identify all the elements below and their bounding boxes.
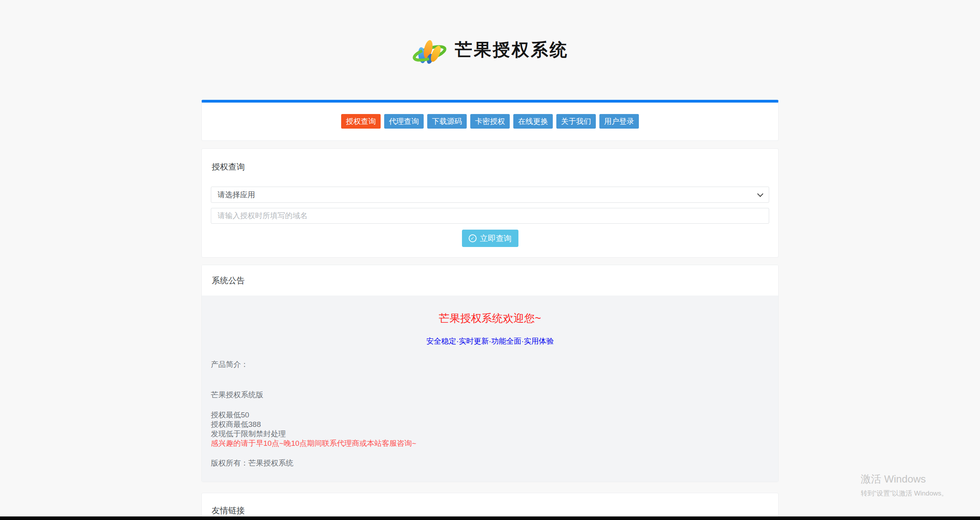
site-title: 芒果授权系统: [455, 38, 569, 62]
windows-activation-watermark: 激活 Windows 转到“设置”以激活 Windows。: [861, 472, 948, 498]
query-submit-button[interactable]: ✓ 立即查询: [462, 230, 518, 247]
logo: 芒果授权系统: [411, 34, 569, 66]
chevron-down-icon: [757, 191, 764, 197]
nav-panel: 授权查询代理查询下载源码卡密授权在线更换关于我们用户登录: [201, 100, 779, 141]
nav-button-2[interactable]: 代理查询: [384, 114, 424, 129]
announcement-content: 芒果授权系统欢迎您~ 安全稳定·实时更新·功能全面·实用体验 产品简介： 芒果授…: [202, 296, 778, 482]
watermark-line2: 转到“设置”以激活 Windows。: [861, 489, 948, 498]
domain-input[interactable]: [211, 208, 769, 224]
nav-button-1[interactable]: 授权查询: [341, 114, 381, 129]
check-circle-icon: ✓: [469, 234, 477, 242]
product-intro-label: 产品简介：: [211, 359, 769, 370]
nav-button-6[interactable]: 关于我们: [556, 114, 596, 129]
auth-query-panel: 授权查询 请选择应用 ✓ 立即查询: [201, 148, 779, 258]
nav-button-7[interactable]: 用户登录: [599, 114, 639, 129]
announcement-highlight-line: 感兴趣的请于早10点~晚10点期间联系代理商或本站客服咨询~: [211, 439, 769, 448]
mango-logo-icon: [411, 34, 448, 66]
site-header: 芒果授权系统: [0, 0, 980, 100]
watermark-line1: 激活 Windows: [861, 472, 948, 486]
auth-query-panel-title: 授权查询: [202, 149, 778, 172]
announcement-line: 授权商最低388: [211, 420, 769, 429]
copyright-line: 版权所有：芒果授权系统: [211, 458, 769, 468]
friend-links-title: 友情链接: [202, 493, 778, 520]
announcement-line: 授权最低50: [211, 410, 769, 420]
nav-menu: 授权查询代理查询下载源码卡密授权在线更换关于我们用户登录: [202, 103, 778, 140]
app-select[interactable]: 请选择应用: [211, 187, 769, 203]
app-select-value: 请选择应用: [218, 190, 255, 200]
auth-query-form: 请选择应用 ✓ 立即查询: [202, 172, 778, 247]
announcement-lines: 授权最低50授权商最低388发现低于限制禁封处理感兴趣的请于早10点~晚10点期…: [211, 410, 769, 448]
page: 芒果授权系统 授权查询代理查询下载源码卡密授权在线更换关于我们用户登录 授权查询…: [0, 0, 980, 520]
nav-button-5[interactable]: 在线更换: [513, 114, 553, 129]
product-name: 芒果授权系统版: [211, 390, 769, 400]
announcement-headline: 芒果授权系统欢迎您~: [211, 311, 769, 325]
query-submit-label: 立即查询: [480, 233, 512, 244]
announcement-panel: 系统公告 芒果授权系统欢迎您~ 安全稳定·实时更新·功能全面·实用体验 产品简介…: [201, 265, 779, 482]
announcement-panel-title: 系统公告: [202, 265, 778, 296]
friend-links-panel: 友情链接: [201, 493, 779, 520]
nav-button-4[interactable]: 卡密授权: [470, 114, 510, 129]
main-container: 授权查询代理查询下载源码卡密授权在线更换关于我们用户登录 授权查询 请选择应用 …: [201, 100, 779, 520]
submit-row: ✓ 立即查询: [211, 230, 769, 247]
announcement-line: 发现低于限制禁封处理: [211, 429, 769, 439]
nav-button-3[interactable]: 下载源码: [427, 114, 467, 129]
announcement-subheadline: 安全稳定·实时更新·功能全面·实用体验: [211, 336, 769, 346]
bottom-black-bar: [0, 516, 980, 520]
